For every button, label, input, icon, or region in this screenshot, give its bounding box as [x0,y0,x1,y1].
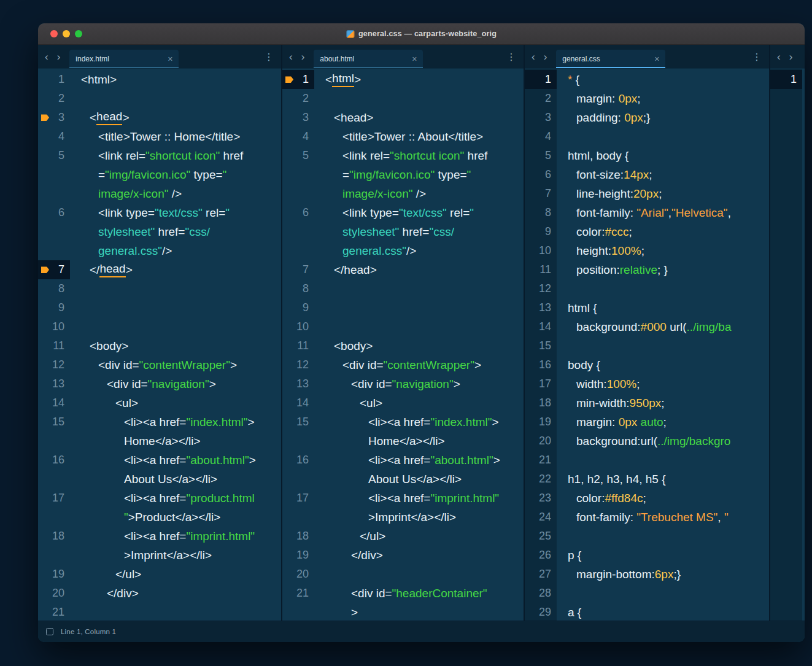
code-line[interactable]: margin: 0px; [557,89,769,108]
code-line[interactable]: min-width:950px; [557,393,769,412]
line-number[interactable]: 3 [525,108,557,127]
code-line[interactable]: <div id="contentWrapper"> [70,355,281,374]
code-line[interactable]: color:#ccc; [557,222,769,241]
code-line[interactable]: margin: 0px auto; [557,412,769,432]
code-line[interactable]: ="img/favicon.ico" type=" [314,165,524,184]
code-line[interactable]: <link type="text/css" rel=" [70,203,281,222]
line-number[interactable]: 13 [525,298,557,317]
line-number[interactable]: 22 [525,470,557,489]
code-line[interactable]: <div id="contentWrapper"> [314,355,524,374]
line-number[interactable]: 5 [38,146,70,165]
line-number[interactable] [282,508,314,527]
line-number[interactable]: 17 [38,489,70,508]
code-line[interactable]: </div> [70,584,281,603]
line-number[interactable]: 29 [525,603,557,621]
line-number[interactable] [38,470,70,489]
code-line[interactable] [557,527,769,546]
code-line[interactable]: <head> [70,108,281,127]
code-line[interactable]: <div id="navigation"> [314,374,524,393]
code-line[interactable]: About Us</a></li> [314,470,524,489]
line-number[interactable]: 20 [282,565,314,584]
code-line[interactable]: image/x-icon" /> [314,184,524,203]
code-line[interactable]: stylesheet" href="css/ [314,222,524,241]
line-number[interactable]: 19 [38,565,70,584]
code-line[interactable]: About Us</a></li> [70,470,281,489]
line-number[interactable]: 14 [282,393,314,412]
line-number[interactable] [282,222,314,241]
line-number[interactable]: 9 [282,298,314,317]
close-tab-icon[interactable]: × [654,55,659,63]
nav-back-icon[interactable]: ‹ [42,52,52,62]
code-line[interactable]: ="img/favicon.ico" type=" [70,165,281,184]
line-number[interactable]: 20 [38,584,70,603]
line-number[interactable]: 1 [770,70,802,89]
code-line[interactable]: background:url(../img/backgro [557,432,769,451]
line-number[interactable]: 4 [282,127,314,146]
line-number[interactable] [282,432,314,451]
nav-back-icon[interactable]: ‹ [774,52,784,62]
code-line[interactable]: <div id="headerContainer" [314,584,524,603]
code-line[interactable]: <li><a href="about.html"> [314,451,524,470]
line-number[interactable]: 9 [38,298,70,317]
line-number[interactable]: 12 [38,355,70,374]
line-number[interactable]: 13 [282,374,314,393]
line-number[interactable]: 17 [525,374,557,393]
code-line[interactable] [557,336,769,355]
code-line[interactable]: <ul> [314,393,524,412]
code-line[interactable]: <li><a href="index.html"> [314,412,524,432]
nav-forward-icon[interactable]: › [298,52,308,62]
code-line[interactable]: <body> [70,336,281,355]
code-line[interactable]: </div> [314,546,524,565]
code-line[interactable]: >Imprint</a></li> [70,546,281,565]
zoom-window-button[interactable] [75,30,82,37]
nav-forward-icon[interactable]: › [786,52,796,62]
line-number[interactable]: 21 [38,603,70,621]
code-line[interactable]: >Imprint</a></li> [314,508,524,527]
line-number[interactable]: 21 [282,584,314,603]
code-line[interactable]: color:#ffd84c; [557,489,769,508]
code-line[interactable]: <div id="navigation"> [70,374,281,393]
line-number[interactable]: 12 [282,355,314,374]
line-number[interactable]: 11 [38,336,70,355]
code-line[interactable]: <li><a href="product.html [70,489,281,508]
line-number[interactable]: 19 [282,546,314,565]
code-line[interactable]: ">Product</a></li> [70,508,281,527]
code-line[interactable]: body { [557,355,769,374]
code-line[interactable]: margin-bottom:6px;} [557,565,769,584]
code-line[interactable]: a { [557,603,769,621]
line-number[interactable]: 20 [525,432,557,451]
tab-overflow-icon[interactable]: ⋮ [503,51,520,63]
line-number[interactable]: 8 [282,279,314,298]
line-number[interactable]: 16 [282,451,314,470]
code-line[interactable]: > [314,603,524,621]
code-line[interactable]: image/x-icon" /> [70,184,281,203]
minimize-window-button[interactable] [63,30,70,37]
code-line[interactable] [802,70,805,89]
code-line[interactable]: </head> [314,260,524,279]
close-window-button[interactable] [50,30,58,37]
code-line[interactable]: font-size:14px; [557,165,769,184]
sidebar-toggle-icon[interactable] [46,628,53,635]
code-line[interactable] [557,127,769,146]
line-number[interactable]: 16 [38,451,70,470]
code-line[interactable] [314,279,524,298]
code-line[interactable]: <html> [314,70,524,89]
code-line[interactable]: <link rel="shortcut icon" href [70,146,281,165]
line-number[interactable]: 28 [525,584,557,603]
code-line[interactable]: <head> [314,108,524,127]
line-number[interactable]: 2 [525,89,557,108]
nav-back-icon[interactable]: ‹ [528,52,538,62]
nav-back-icon[interactable]: ‹ [286,52,296,62]
line-number[interactable]: 1 [38,70,70,89]
tab-overflow-icon[interactable]: ⋮ [748,51,765,63]
code-line[interactable]: Home</a></li> [314,432,524,451]
code-line[interactable]: p { [557,546,769,565]
code-line[interactable]: background:#000 url(../img/ba [557,317,769,336]
line-number[interactable]: 1 [525,70,557,89]
line-number[interactable] [38,546,70,565]
code-line[interactable] [70,298,281,317]
code-line[interactable]: <title>Tower :: Home</title> [70,127,281,146]
code-line[interactable] [557,584,769,603]
code-line[interactable]: </head> [70,260,281,279]
line-number[interactable] [38,165,70,184]
